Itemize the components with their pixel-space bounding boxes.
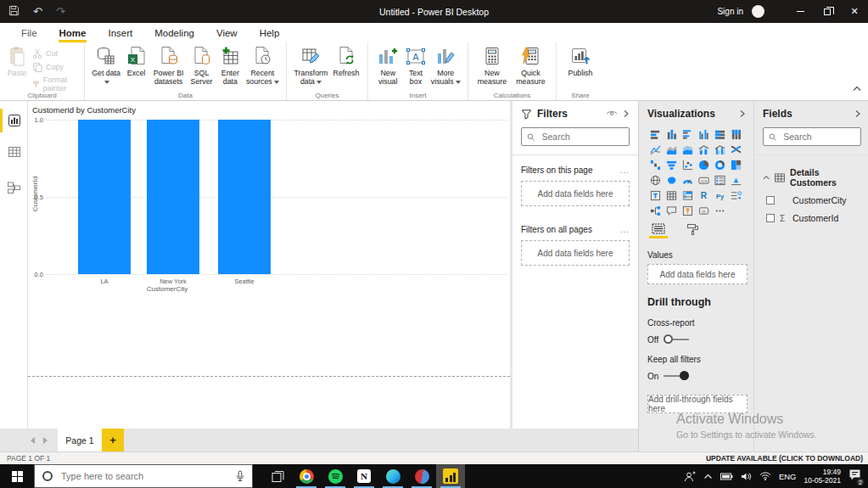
100-stacked-column-chart-icon[interactable] (728, 126, 744, 142)
eye-icon[interactable] (606, 109, 618, 118)
more-visual-options-icon[interactable] (712, 203, 728, 218)
refresh-button[interactable]: Refresh (332, 46, 361, 77)
100-stacked-bar-chart-icon[interactable] (712, 126, 728, 142)
waterfall-chart-icon[interactable] (647, 157, 664, 172)
format-tab[interactable] (683, 223, 702, 244)
report-view-button[interactable] (0, 108, 28, 133)
minimize-button[interactable] (787, 0, 814, 23)
menu-modeling[interactable]: Modeling (143, 25, 205, 41)
kpi-icon[interactable] (728, 172, 744, 188)
report-canvas[interactable]: CustomerId by CustomerCity CustomerId Cu… (28, 101, 510, 429)
taskbar-app-spotify[interactable] (321, 464, 350, 488)
filters-search-input[interactable] (540, 131, 624, 143)
stacked-bar-chart-icon[interactable] (647, 126, 664, 142)
sign-in-link[interactable]: Sign in (717, 7, 743, 16)
clock[interactable]: 19:49 10-05-2021 (804, 468, 841, 485)
table-details-customers[interactable]: Details Customers (763, 167, 861, 188)
language-indicator[interactable]: ENG (779, 472, 797, 481)
decomposition-tree-icon[interactable] (647, 203, 664, 218)
bar-chart-visual[interactable]: CustomerId by CustomerCity CustomerId Cu… (28, 101, 510, 296)
fields-tab[interactable] (649, 223, 668, 244)
clustered-column-chart-icon[interactable] (696, 126, 712, 142)
update-available-link[interactable]: UPDATE AVAILABLE (CLICK TO DOWNLOAD) (706, 454, 868, 463)
excel-button[interactable]: X Excel (124, 46, 148, 77)
ribbon-chart-icon[interactable] (728, 142, 744, 157)
qa-visual-icon[interactable] (664, 203, 680, 218)
taskbar-search[interactable] (34, 464, 253, 488)
previous-page-icon[interactable] (31, 437, 35, 444)
sql-server-button[interactable]: SQL Server (188, 46, 215, 86)
taskbar-app-notion[interactable]: N (350, 464, 378, 488)
funnel-chart-icon[interactable] (664, 157, 680, 172)
publish-button[interactable]: Publish (563, 46, 597, 77)
python-visual-icon[interactable]: Py (712, 188, 728, 203)
transform-data-button[interactable]: Transform data (294, 46, 328, 86)
table-icon[interactable] (664, 188, 680, 203)
filters-search[interactable] (521, 127, 630, 146)
scatter-chart-icon[interactable] (680, 157, 696, 172)
collapse-pane-icon[interactable] (623, 109, 630, 118)
matrix-icon[interactable] (680, 188, 696, 203)
taskbar-app-edge[interactable] (378, 464, 407, 488)
people-icon[interactable] (684, 471, 696, 482)
checkbox[interactable] (766, 196, 775, 205)
menu-view[interactable]: View (205, 25, 249, 41)
maximize-button[interactable] (814, 0, 841, 23)
gauge-icon[interactable] (680, 172, 696, 188)
action-center-button[interactable]: 2 (848, 468, 861, 484)
pie-chart-icon[interactable] (696, 157, 712, 172)
more-options-icon[interactable]: ... (620, 165, 630, 175)
fields-search[interactable] (763, 127, 861, 146)
wifi-icon[interactable] (759, 472, 771, 480)
data-view-button[interactable] (0, 139, 28, 165)
menu-insert[interactable]: Insert (97, 25, 143, 41)
taskbar-app-power-bi[interactable] (436, 464, 465, 488)
new-visual-button[interactable]: New visual (375, 46, 400, 86)
donut-chart-icon[interactable] (712, 157, 728, 172)
collapse-pane-icon[interactable] (854, 109, 861, 118)
line-and-clustered-column-chart-icon[interactable] (712, 142, 728, 157)
filled-map-icon[interactable] (664, 172, 680, 188)
line-chart-icon[interactable] (647, 142, 664, 157)
more-options-icon[interactable]: ... (620, 225, 630, 234)
area-chart-icon[interactable] (664, 142, 680, 157)
battery-icon[interactable] (720, 473, 733, 480)
menu-file[interactable]: File (10, 25, 48, 41)
taskbar-app-paint3d[interactable] (407, 464, 436, 488)
filters-this-page-dropzone[interactable]: Add data fields here (521, 181, 630, 206)
volume-icon[interactable] (741, 472, 752, 481)
treemap-icon[interactable] (728, 157, 744, 172)
save-icon[interactable] (8, 4, 20, 20)
arcgis-map-icon[interactable] (680, 203, 696, 218)
field-customerid[interactable]: Σ CustomerId (766, 213, 861, 223)
stacked-area-chart-icon[interactable] (680, 142, 696, 157)
taskbar-app-chrome[interactable] (292, 464, 321, 488)
add-page-button[interactable]: + (102, 429, 124, 452)
account-avatar[interactable] (752, 5, 764, 18)
get-data-button[interactable]: Get data (92, 46, 120, 86)
enter-data-button[interactable]: Enter data (218, 46, 243, 86)
drill-through-dropzone[interactable]: Add drill-through fields here (647, 395, 748, 413)
bar-la[interactable] (78, 120, 131, 274)
more-visuals-button[interactable]: More visuals (430, 46, 461, 86)
power-apps-visual-icon[interactable]: ∞ (696, 203, 712, 218)
new-measure-button[interactable]: New measure (475, 46, 509, 86)
filters-all-pages-dropzone[interactable]: Add data fields here (521, 240, 630, 266)
menu-home[interactable]: Home (48, 25, 98, 41)
menu-help[interactable]: Help (249, 25, 291, 41)
map-icon[interactable] (647, 172, 664, 188)
microphone-icon[interactable] (236, 470, 244, 482)
quick-measure-button[interactable]: Quick measure (512, 46, 549, 86)
model-view-button[interactable] (0, 175, 28, 200)
power-bi-datasets-button[interactable]: Power BI datasets (152, 46, 185, 86)
show-hidden-icons-chevron[interactable] (703, 474, 713, 480)
line-and-stacked-column-chart-icon[interactable] (696, 142, 712, 157)
collapse-pane-icon[interactable] (739, 109, 746, 118)
clustered-bar-chart-icon[interactable] (680, 126, 696, 142)
task-view-button[interactable] (263, 464, 292, 488)
cross-report-toggle[interactable]: Off (647, 334, 753, 345)
values-dropzone[interactable]: Add data fields here (647, 264, 748, 284)
r-script-visual-icon[interactable]: R (696, 188, 712, 203)
field-customercity[interactable]: CustomerCity (766, 195, 861, 205)
checkbox[interactable] (766, 214, 775, 222)
